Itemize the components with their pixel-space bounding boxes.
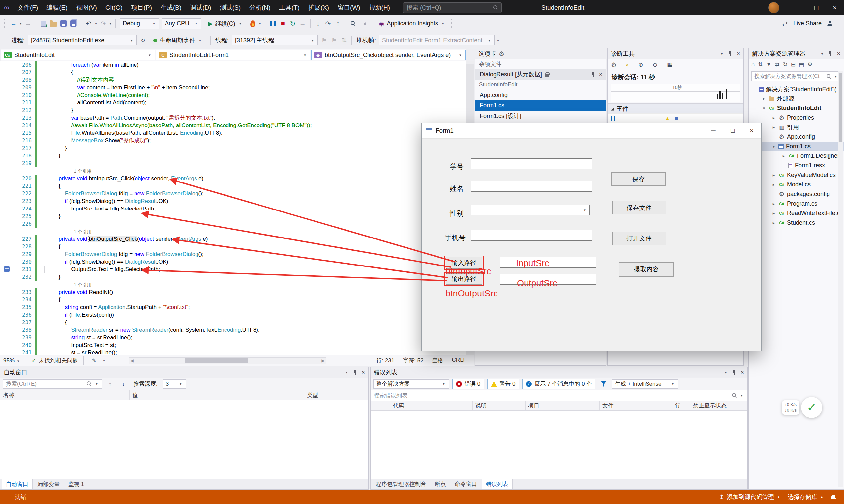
code-line[interactable]: 241 st = sr.ReadLine();	[0, 349, 466, 355]
name-input[interactable]	[471, 181, 592, 192]
maximize-button[interactable]: □	[807, 0, 826, 15]
diagnostics-zoom-out-icon[interactable]: ⊖	[650, 60, 660, 70]
navigate-backward-icon[interactable]: ←	[8, 18, 18, 29]
chevron-collapsed-icon[interactable]: ▸	[771, 115, 776, 120]
add-to-source-control-button[interactable]: ↥ 添加到源代码管理 ▲	[719, 493, 780, 501]
health-indicator-label[interactable]: 未找到相关问题	[39, 357, 78, 364]
code-editor[interactable]: 206 foreach (var item in allLine)207 {20…	[0, 60, 466, 355]
code-line[interactable]: 228 {	[0, 243, 466, 250]
code-line[interactable]: 211 allContentList.Add(content);	[0, 99, 466, 106]
code-line[interactable]: 238 StreamReader sr = new StreamReader(c…	[0, 326, 466, 334]
chevron-collapsed-icon[interactable]: ▸	[771, 125, 776, 130]
column-header[interactable]: 行	[672, 401, 690, 411]
chevron-collapsed-icon[interactable]: ▸	[771, 182, 776, 187]
menu-item[interactable]: 测试(S)	[216, 0, 245, 15]
code-line[interactable]: 232 }	[0, 273, 466, 281]
error-list-close-icon[interactable]: ×	[740, 369, 744, 376]
save-icon[interactable]	[58, 18, 68, 29]
code-line[interactable]: 214 //await File.WriteAllLinesAsync(base…	[0, 122, 466, 129]
panel-tab[interactable]: 命令窗口	[451, 479, 481, 489]
chevron-collapsed-icon[interactable]: ▸	[771, 173, 776, 178]
search-depth-combo[interactable]: 3 ▾	[163, 379, 186, 389]
tree-item[interactable]: ▸KeyValueModel.cs	[749, 170, 844, 180]
close-tab-icon[interactable]: ×	[599, 71, 602, 78]
filter-icon[interactable]	[599, 379, 608, 389]
tree-item[interactable]: ▸▥引用	[749, 123, 844, 132]
tree-item[interactable]: ▸Form1.Designer.cs	[749, 151, 844, 161]
project-dropdown[interactable]: C# StudentInfoEdit ▾	[1, 50, 155, 60]
input-path-button[interactable]: 输入路径	[446, 257, 482, 269]
menu-item[interactable]: Git(G)	[101, 0, 127, 15]
column-header[interactable]: 名称	[0, 390, 130, 400]
chevron-collapsed-icon[interactable]: ▸	[781, 154, 786, 159]
navigate-backward-menu-icon[interactable]: ▾	[18, 21, 23, 26]
form1-close-button[interactable]: ×	[742, 123, 761, 139]
codelens-references-label[interactable]: 1 个引用	[74, 229, 92, 234]
editor-horizontal-scrollbar[interactable]: ◀ ▶	[128, 357, 326, 364]
restart-icon[interactable]: ↻	[288, 18, 298, 29]
code-line[interactable]: 216 MessageBox.Show("操作成功");	[0, 137, 466, 144]
save-all-icon[interactable]	[68, 18, 78, 29]
code-line[interactable]: 220 private void btnInputSrc_Click(objec…	[0, 175, 466, 182]
bookmark-icon[interactable]	[4, 267, 10, 272]
step-over-icon[interactable]: ↷	[323, 18, 333, 29]
undo-menu-icon[interactable]: ▾	[93, 21, 98, 26]
code-line[interactable]: 233 private void ReadINI()	[0, 288, 466, 296]
sync-with-active-document-icon[interactable]: ⇄	[775, 61, 779, 68]
user-avatar[interactable]	[768, 2, 779, 13]
network-widget[interactable]: ↑0 K/s ↓0 K/s ✓	[782, 397, 822, 418]
solution-explorer-menu-icon[interactable]: ▾	[820, 52, 824, 56]
error-scope-combo[interactable]: 整个解决方案 ▾	[373, 379, 449, 389]
lifecycle-events-button[interactable]: 生命周期事件 ▾	[150, 35, 206, 46]
input-path-textbox[interactable]	[500, 257, 596, 268]
continue-button[interactable]: ▶ 继续(C) ▾	[205, 18, 246, 29]
tree-item[interactable]: Form1.resx	[749, 161, 844, 170]
panel-tab[interactable]: 监视 1	[64, 479, 88, 489]
document-tab[interactable]: Form1.cs	[475, 100, 606, 111]
code-line[interactable]: 213 var basePath = Path.Combine(output, …	[0, 114, 466, 122]
code-line[interactable]: 230 if (fdlg.ShowDialog() == DialogResul…	[0, 258, 466, 266]
redo-icon[interactable]: ↷	[98, 18, 108, 29]
code-line[interactable]: 226	[0, 220, 466, 228]
column-header[interactable]: 值	[130, 390, 304, 400]
codelens-row[interactable]: 1 个引用	[0, 281, 466, 288]
code-line[interactable]: 239 string st = sr.ReadLine();	[0, 334, 466, 341]
refresh-icon[interactable]: ↻	[783, 61, 788, 68]
menu-item[interactable]: 文件(F)	[13, 0, 42, 15]
find-in-files-icon[interactable]	[348, 18, 358, 29]
assistant-check-icon[interactable]: ✓	[801, 397, 822, 418]
panel-tab[interactable]: 错误列表	[482, 479, 513, 489]
chevron-collapsed-icon[interactable]: ▸	[771, 201, 776, 206]
tree-item[interactable]: ⚙packages.config	[749, 190, 844, 199]
solution-explorer-scrollbar[interactable]	[838, 71, 843, 487]
tree-item[interactable]: ▸Student.cs	[749, 218, 844, 228]
save-button[interactable]: 保存	[611, 172, 666, 186]
class-dropdown[interactable]: C StudentInfoEdit.Form1 ▾	[156, 50, 310, 60]
warnings-filter-button[interactable]: 警告 0	[487, 379, 519, 389]
code-line[interactable]: 225 }	[0, 213, 466, 220]
pin-tab-icon[interactable]	[591, 72, 596, 77]
error-list-pin-icon[interactable]	[732, 370, 737, 375]
notifications-bell-icon[interactable]	[831, 495, 836, 500]
tabs-settings-gear-icon[interactable]: ⚙	[499, 50, 504, 58]
process-refresh-icon[interactable]: ↻	[138, 35, 148, 46]
code-line[interactable]: 224 InputSrc.Text = fdlg.SelectedPath;	[0, 205, 466, 213]
autos-menu-icon[interactable]: ▾	[344, 370, 349, 375]
horizontal-scroll-thumb[interactable]	[185, 358, 247, 363]
solution-configuration-combo[interactable]: Debug▾	[120, 18, 159, 29]
diagnostics-chart-icon[interactable]: ▦	[665, 60, 674, 70]
autos-search-box[interactable]: 搜索(Ctrl+E) ▾	[3, 379, 102, 389]
navigate-forward-icon[interactable]: →	[23, 18, 33, 29]
quick-search[interactable]: 搜索 (Ctrl+Q)	[403, 2, 502, 13]
chevron-collapsed-icon[interactable]: ▸	[771, 220, 776, 225]
tree-item[interactable]: ▾StudentInfoEdit	[749, 104, 844, 113]
column-header[interactable]: 禁止显示状态	[690, 401, 747, 411]
form1-maximize-button[interactable]: □	[723, 123, 742, 139]
process-combo[interactable]: [24876] StudentInfoEdit.exe▾	[28, 35, 137, 46]
minimize-button[interactable]: ─	[789, 0, 807, 15]
chevron-collapsed-icon[interactable]: ▸	[761, 96, 767, 101]
feedback-icon[interactable]	[825, 18, 835, 29]
code-line[interactable]: 210 //Console.WriteLine(content);	[0, 91, 466, 99]
properties-toolbar-icon[interactable]: ⚙	[807, 61, 812, 68]
menu-item[interactable]: 窗口(W)	[333, 0, 365, 15]
